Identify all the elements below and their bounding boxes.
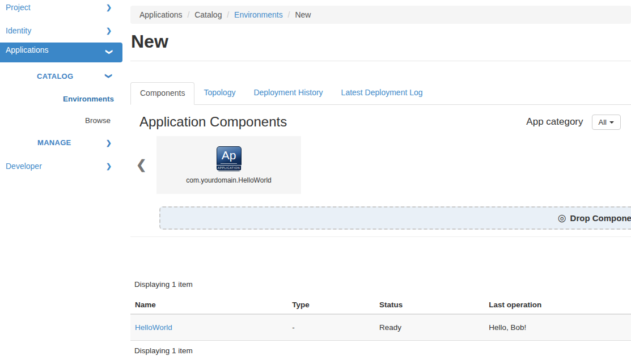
column-header-last-operation: Last operation <box>484 296 631 314</box>
sidebar-item-label: Environments <box>63 95 114 103</box>
chevron-down-icon: ❯ <box>105 73 113 79</box>
sidebar-item-label: Browse <box>85 116 111 125</box>
page-title: New <box>130 31 631 52</box>
breadcrumb-item-catalog: Catalog <box>194 10 222 19</box>
sidebar-item-manage[interactable]: MANAGE ❯ <box>0 136 122 149</box>
app-category-label: App category <box>526 116 583 128</box>
sidebar-item-developer[interactable]: Developer ❯ <box>0 159 122 173</box>
tab-deployment-history[interactable]: Deployment History <box>244 82 332 105</box>
cell-type: - <box>287 314 375 341</box>
components-carousel: ❮ Ap APPLICATION com.yourdomain.HelloWor… <box>130 136 631 194</box>
sidebar: Project ❯ Identity ❯ Applications ❯ CATA… <box>0 0 122 364</box>
table-count-top: Displaying 1 item <box>130 280 631 289</box>
chevron-right-icon: ❯ <box>106 139 112 147</box>
sidebar-item-project[interactable]: Project ❯ <box>0 1 122 14</box>
cell-last-operation: Hello, Bob! <box>484 314 631 341</box>
components-table: Name Type Status Last operation HelloWor… <box>130 296 631 341</box>
sidebar-item-browse[interactable]: Browse <box>0 114 122 127</box>
app-category-filter: App category All <box>526 115 621 130</box>
tab-topology[interactable]: Topology <box>194 82 244 105</box>
title-divider <box>130 61 631 61</box>
sidebar-item-label: MANAGE <box>37 138 71 147</box>
chevron-right-icon: ❯ <box>106 3 112 11</box>
chevron-right-icon: ❯ <box>106 162 112 170</box>
breadcrumb-item-applications: Applications <box>139 10 183 19</box>
component-card-label: com.yourdomain.HelloWorld <box>186 176 272 184</box>
helloworld-link[interactable]: HelloWorld <box>135 323 172 332</box>
panel-divider <box>130 236 631 237</box>
tab-latest-deployment-log[interactable]: Latest Deployment Log <box>332 82 432 105</box>
table-row: HelloWorld - Ready Hello, Bob! <box>130 314 631 341</box>
section-title: Application Components <box>139 114 287 130</box>
breadcrumb-item-new: New <box>295 10 311 19</box>
cell-status: Ready <box>375 314 484 341</box>
column-header-type: Type <box>287 296 375 314</box>
caret-down-icon <box>609 121 614 124</box>
sidebar-item-label: Project <box>6 3 31 12</box>
chevron-down-icon: ❯ <box>101 49 116 54</box>
components-section-header: Application Components App category All <box>130 114 631 130</box>
application-icon: Ap APPLICATION <box>217 146 242 171</box>
breadcrumb: Applications / Catalog / Environments / … <box>130 6 631 24</box>
column-header-status: Status <box>375 296 484 314</box>
component-card[interactable]: Ap APPLICATION com.yourdomain.HelloWorld <box>156 136 301 194</box>
sidebar-item-label: CATALOG <box>37 72 73 81</box>
sidebar-item-applications[interactable]: Applications ❯ <box>0 43 122 62</box>
table-count-bottom: Displaying 1 item <box>130 346 631 355</box>
table-header-row: Name Type Status Last operation <box>130 296 631 314</box>
sidebar-item-identity[interactable]: Identity ❯ <box>0 24 122 37</box>
drop-components-zone[interactable]: ◎ Drop Components here <box>159 206 631 230</box>
sidebar-item-environments[interactable]: Environments <box>0 92 122 105</box>
sidebar-item-catalog[interactable]: CATALOG ❯ <box>0 70 122 83</box>
breadcrumb-separator: / <box>184 10 192 19</box>
tab-components[interactable]: Components <box>130 82 194 105</box>
sidebar-item-label: Applications <box>0 45 49 54</box>
sidebar-item-label: Developer <box>6 162 42 171</box>
app-category-dropdown[interactable]: All <box>592 115 621 130</box>
chevron-right-icon: ❯ <box>106 27 112 35</box>
drop-target-icon: ◎ <box>558 212 566 224</box>
main-content: Applications / Catalog / Environments / … <box>130 0 631 364</box>
column-header-name: Name <box>130 296 287 314</box>
carousel-prev-icon[interactable]: ❮ <box>136 158 146 172</box>
breadcrumb-item-environments[interactable]: Environments <box>234 10 283 19</box>
breadcrumb-separator: / <box>224 10 232 19</box>
dropzone-label: Drop Components here <box>570 213 631 223</box>
cell-name: HelloWorld <box>130 314 287 341</box>
breadcrumb-separator: / <box>285 10 293 19</box>
tab-bar: Components Topology Deployment History L… <box>130 82 631 105</box>
sidebar-item-label: Identity <box>6 26 31 35</box>
